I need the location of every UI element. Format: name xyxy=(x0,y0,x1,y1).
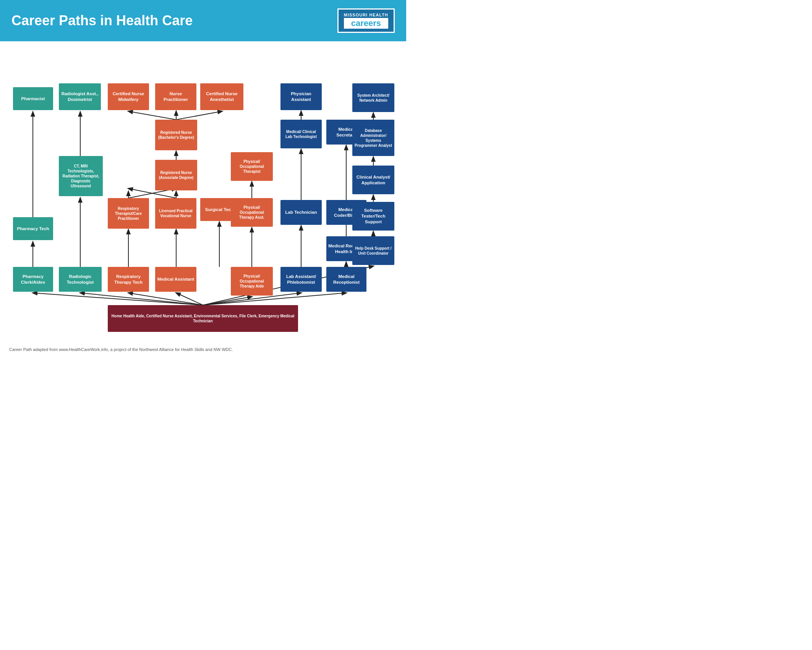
logo-box: MISSOURI HEALTH careers xyxy=(337,8,395,33)
header: Career Paths in Health Care MISSOURI HEA… xyxy=(0,0,406,41)
svg-line-26 xyxy=(33,293,203,305)
career-box-phys-occ-aide: Physical/ Occupational Therapy Aide xyxy=(231,267,273,296)
logo-top: MISSOURI HEALTH xyxy=(344,13,388,17)
career-box-clin-analyst: Clinical Analyst/ Application xyxy=(352,166,394,194)
career-box-phys-asst: Physician Assistant xyxy=(280,83,322,110)
career-box-phys-occ-ther: Physical/ Occupational Therapist xyxy=(231,152,273,181)
career-box-base: Home Health Aide, Certified Nurse Assist… xyxy=(108,305,298,332)
career-box-rad-asst: Radiologist Asst., Dosimetrist xyxy=(59,83,101,110)
career-box-lab-asst: Lab Assistant/ Phlebotomist xyxy=(280,267,322,292)
career-box-reg-nurse-bsn: Registered Nurse (Bachelor's Degree) xyxy=(155,120,197,150)
career-box-lab-tech: Lab Technician xyxy=(280,200,322,225)
career-box-sw-tester: Software Tester/Tech Support xyxy=(352,202,394,231)
career-box-db-admin: Database Administrator/ Systems Programm… xyxy=(352,120,394,156)
career-diagram: PharmacistRadiologist Asst., Dosimetrist… xyxy=(9,49,395,340)
career-box-lpvn: Licensed Practical Vocational Nurse xyxy=(155,198,196,229)
career-box-med-recep: Medical Receptionist xyxy=(326,267,366,292)
career-box-sys-arch: System Architect/ Network Admin xyxy=(352,83,394,112)
career-box-phys-occ-asst: Physical/ Occupational Therapy Asst. xyxy=(231,198,273,227)
career-box-cert-nurse-mid: Certified Nurse Midwifery xyxy=(108,83,149,110)
svg-line-29 xyxy=(176,293,203,305)
svg-line-32 xyxy=(203,293,346,305)
career-box-pharmacy-tech: Pharmacy Tech xyxy=(13,217,53,240)
career-box-rad-tech: Radiologic Technologist xyxy=(59,267,102,292)
footer-note: Career Path adapted from www.HealthCareW… xyxy=(0,345,406,356)
career-box-cert-nurse-anes: Certified Nurse Anesthetist xyxy=(200,83,243,110)
svg-line-30 xyxy=(203,297,252,305)
page-title: Career Paths in Health Care xyxy=(11,13,193,29)
svg-line-6 xyxy=(176,111,222,120)
career-box-resp-ther-tech: Respiratory Therapy Tech xyxy=(108,267,149,292)
svg-line-28 xyxy=(128,293,203,305)
career-box-resp-ther-care: Respiratory Therapist/Care Practitioner xyxy=(108,198,149,229)
career-box-help-desk: Help Desk Support / Unit Coordinator xyxy=(352,236,394,265)
career-box-pharm-clerk: Pharmacy Clerk/Aides xyxy=(13,267,53,292)
career-box-nurse-prac: Nurse Practitioner xyxy=(155,83,196,110)
career-box-reg-nurse-adn: Registered Nurse (Associate Degree) xyxy=(155,160,197,190)
svg-line-4 xyxy=(128,111,176,120)
svg-line-27 xyxy=(80,293,203,305)
logo-bottom: careers xyxy=(344,18,388,29)
career-box-ct-mri: CT, MRI Technologists, Radiation Therapi… xyxy=(59,156,103,196)
career-box-pharmacist: Pharmacist xyxy=(13,87,53,110)
career-box-med-asst: Medical Assistant xyxy=(155,267,196,292)
career-box-med-clin-lab: Medical/ Clinical Lab Technologist xyxy=(280,120,322,148)
